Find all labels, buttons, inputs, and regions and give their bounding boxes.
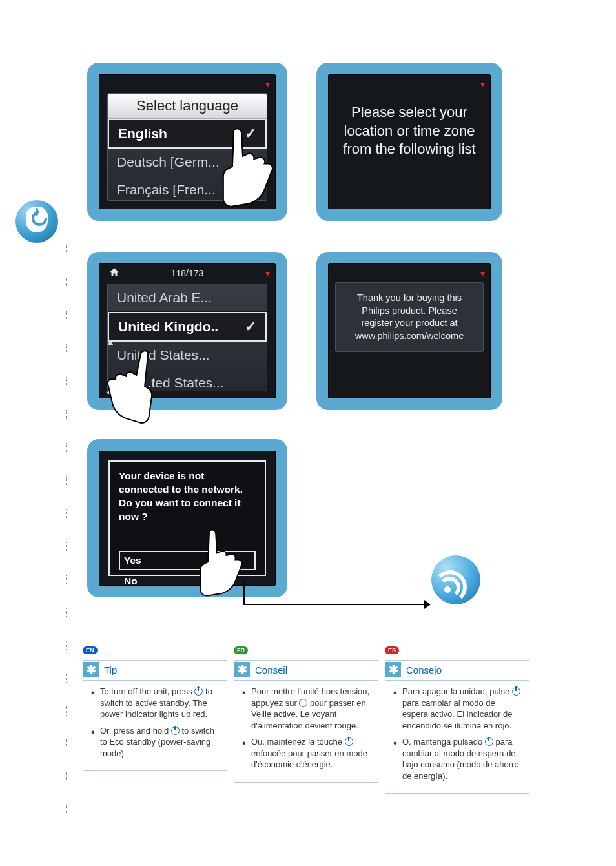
lang-badge-en: EN (83, 643, 98, 655)
loc-option[interactable]: United Arab E... (108, 284, 267, 312)
prompt-text: Please select your location or time zone… (329, 92, 490, 170)
tip-bullet: To turn off the unit, press to switch to… (91, 686, 220, 720)
tip-title: Conseil (255, 665, 287, 675)
power-glyph-icon (345, 737, 353, 746)
list-item-label: United Arab E... (117, 290, 212, 305)
option-label: Yes (124, 555, 141, 566)
back-icon[interactable]: ↶ (106, 386, 116, 398)
power-glyph-icon (299, 699, 307, 707)
tip-box-en: ✱ Tip To turn off the unit, press to swi… (83, 660, 227, 771)
lang-badge-fr: FR (234, 643, 248, 655)
screen-select-language: ▾ Select language English ✓ Deutsch [Ger… (87, 63, 287, 221)
power-glyph-icon (194, 687, 203, 696)
check-icon: ✓ (245, 318, 256, 335)
list-title: Select language (108, 94, 267, 119)
check-icon: ✓ (245, 125, 256, 142)
dialog-question: Your device is not connected to the netw… (119, 469, 256, 524)
screen-location-list: ▾ 118/173 United Arab E... United Kingdo… (87, 252, 287, 410)
tip-bullet: O, mantenga pulsado para cambiar al modo… (393, 736, 522, 781)
loc-option[interactable]: ...ted States... (108, 369, 267, 397)
page-edge-ticks (65, 245, 68, 827)
dialog-option-no[interactable]: No (119, 572, 256, 586)
power-glyph-icon (171, 727, 180, 735)
tip-box-es: ✱ Consejo Para apagar la unidad, pulse p… (385, 660, 529, 794)
signal-icon: ▾ (480, 79, 485, 89)
connector-line (243, 604, 428, 605)
scroll-up-icon[interactable]: ▲ (106, 336, 115, 347)
power-icon (15, 200, 58, 243)
power-glyph-icon (512, 687, 520, 696)
tip-box-fr: ✱ Conseil Pour mettre l'unité hors tensi… (234, 660, 378, 783)
wireless-icon (431, 555, 480, 604)
tip-bullet: Ou, maintenez la touche enfoncée pour pa… (242, 736, 371, 770)
connector-line (243, 583, 245, 605)
loc-option[interactable]: United States... (108, 342, 267, 369)
screen-thank-you: ▾ Thank you for buying this Philips prod… (316, 252, 502, 410)
tip-star-icon: ✱ (234, 662, 250, 677)
tip-bullet: Or, press and hold to switch to Eco stan… (91, 725, 220, 759)
list-counter: 118/173 (99, 268, 275, 278)
list-item-label: Français [Fren... (117, 182, 216, 197)
loc-option-selected[interactable]: United Kingdo.. ✓ (108, 312, 267, 342)
option-label: No (124, 575, 138, 586)
tip-star-icon: ✱ (83, 662, 99, 677)
signal-icon: ▾ (480, 268, 485, 278)
list-item-label: United Kingdo.. (118, 319, 218, 334)
lang-option-german[interactable]: Deutsch [Germ... (108, 149, 267, 176)
screen-location-prompt: ▾ Please select your location or time zo… (316, 63, 502, 221)
lang-option-english[interactable]: English ✓ (108, 119, 267, 149)
lang-badge-es: ES (385, 643, 399, 655)
list-item-label: ...ted States... (140, 375, 224, 390)
tip-bullet: Pour mettre l'unité hors tension, appuye… (242, 686, 371, 731)
dialog-option-yes[interactable]: Yes (119, 551, 256, 570)
power-glyph-icon (485, 737, 493, 746)
list-item-label: English (118, 126, 167, 141)
list-item-label: United States... (117, 347, 210, 362)
signal-icon: ▾ (265, 79, 270, 89)
tip-bullet: Para apagar la unidad, pulse para cambia… (393, 686, 522, 731)
list-item-label: Deutsch [Germ... (117, 154, 220, 169)
dialog-box: Your device is not connected to the netw… (108, 460, 266, 576)
arrowhead-icon (424, 600, 431, 609)
tip-title: Consejo (406, 665, 442, 675)
lang-option-french[interactable]: Français [Fren... (108, 176, 267, 204)
tip-title: Tip (104, 665, 117, 675)
thank-you-text: Thank you for buying this Philips produc… (335, 282, 484, 352)
screen-network-dialog: Your device is not connected to the netw… (87, 439, 287, 597)
tip-star-icon: ✱ (385, 662, 401, 677)
